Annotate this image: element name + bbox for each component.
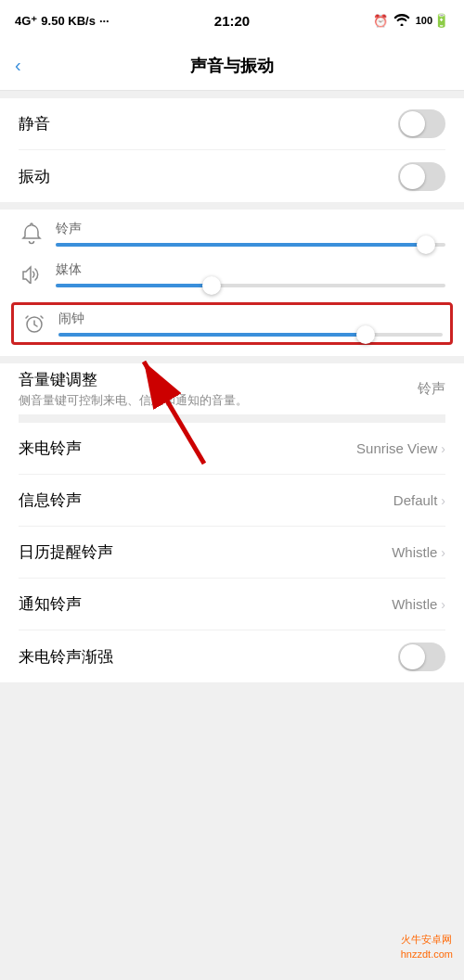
chevron-icon-3: › [441, 545, 445, 560]
status-left: 4G⁺ 9.50 KB/s ··· [15, 14, 110, 28]
calendar-sound-label: 日历提醒铃声 [19, 541, 113, 563]
ringtone-slider-row: 铃声 [19, 221, 445, 247]
volume-key-value: 铃声 [418, 380, 445, 398]
clock-icon [21, 311, 47, 337]
divider-3 [0, 356, 464, 363]
status-time: 21:20 [214, 13, 250, 29]
status-bar: 4G⁺ 9.50 KB/s ··· 21:20 ⏰ 100 🔋 [0, 0, 464, 41]
ringtone-thumb[interactable] [417, 235, 435, 254]
vibrate-toggle[interactable] [398, 162, 445, 191]
vibrate-label: 振动 [19, 166, 50, 187]
media-slider-row: 媒体 [19, 261, 445, 287]
divider-1 [0, 91, 464, 98]
alarm-slider-label: 闹钟 [58, 311, 443, 327]
ringtone-fade-toggle[interactable] [398, 643, 445, 671]
chevron-icon: › [441, 441, 445, 456]
back-button[interactable]: ‹ [15, 55, 21, 76]
more-dots: ··· [99, 14, 110, 28]
ringtone-fill [56, 243, 426, 247]
media-slider-label: 媒体 [56, 261, 445, 278]
status-right: ⏰ 100 🔋 [373, 13, 449, 29]
alarm-track[interactable] [58, 333, 443, 337]
notification-sound-label: 通知铃声 [19, 593, 82, 615]
volume-key-label: 音量键调整 [19, 369, 418, 390]
alarm-thumb[interactable] [356, 325, 375, 344]
network-speed: 9.50 KB/s [41, 14, 96, 28]
silent-label: 静音 [19, 113, 50, 134]
message-sound-label: 信息铃声 [19, 490, 82, 511]
ringtone-slider-content: 铃声 [56, 221, 445, 247]
alarm-slider-row: 闹钟 [21, 311, 443, 337]
media-fill [56, 284, 212, 287]
ringtone-track[interactable] [56, 243, 445, 247]
media-slider-content: 媒体 [56, 261, 445, 287]
bell-icon [19, 221, 45, 247]
alarm-highlight-box: 闹钟 [11, 302, 453, 345]
alarm-slider-content: 闹钟 [58, 311, 443, 337]
page-title: 声音与振动 [190, 55, 274, 77]
volume-section: 铃声 媒体 [0, 210, 464, 356]
silent-item: 静音 [19, 98, 445, 150]
vibrate-item: 振动 [19, 150, 445, 202]
message-sound-value: Default › [393, 492, 445, 508]
ringtone-sound-value: Sunrise View › [356, 440, 445, 456]
ringtone-fade-label: 来电铃声渐强 [19, 646, 113, 668]
message-sound-item[interactable]: 信息铃声 Default › [19, 475, 445, 527]
alarm-icon: ⏰ [373, 14, 388, 28]
page-header: ‹ 声音与振动 [0, 41, 464, 91]
divider-4 [19, 415, 445, 423]
notification-sound-item[interactable]: 通知铃声 Whistle › [19, 579, 445, 630]
ringtone-sound-item[interactable]: 来电铃声 Sunrise View › [19, 423, 445, 475]
chevron-icon-2: › [441, 493, 445, 508]
settings-section: 音量键调整 侧音量键可控制来电、信息和通知的音量。 铃声 来电铃声 Sunris… [0, 363, 464, 682]
ringtone-slider-label: 铃声 [56, 221, 445, 237]
ringtone-sound-label: 来电铃声 [19, 438, 82, 459]
speaker-icon [19, 261, 45, 287]
alarm-fill [58, 333, 366, 337]
wifi-icon [393, 13, 410, 29]
ringtone-fade-item: 来电铃声渐强 [19, 630, 445, 682]
media-thumb[interactable] [202, 276, 221, 295]
calendar-sound-value: Whistle › [392, 544, 445, 560]
volume-key-left: 音量键调整 侧音量键可控制来电、信息和通知的音量。 [19, 369, 418, 409]
notification-sound-value: Whistle › [392, 596, 445, 612]
chevron-icon-4: › [441, 597, 445, 612]
silent-section: 静音 振动 [0, 98, 464, 202]
divider-2 [0, 202, 464, 210]
silent-toggle[interactable] [398, 109, 445, 138]
battery-icon: 100 🔋 [416, 13, 449, 28]
calendar-sound-item[interactable]: 日历提醒铃声 Whistle › [19, 527, 445, 579]
network-type: 4G⁺ [15, 14, 37, 28]
volume-key-item[interactable]: 音量键调整 侧音量键可控制来电、信息和通知的音量。 铃声 [19, 363, 445, 415]
watermark: 火牛安卓网 hnzzdt.com [401, 933, 453, 961]
media-track[interactable] [56, 284, 445, 287]
volume-key-sub: 侧音量键可控制来电、信息和通知的音量。 [19, 392, 418, 409]
